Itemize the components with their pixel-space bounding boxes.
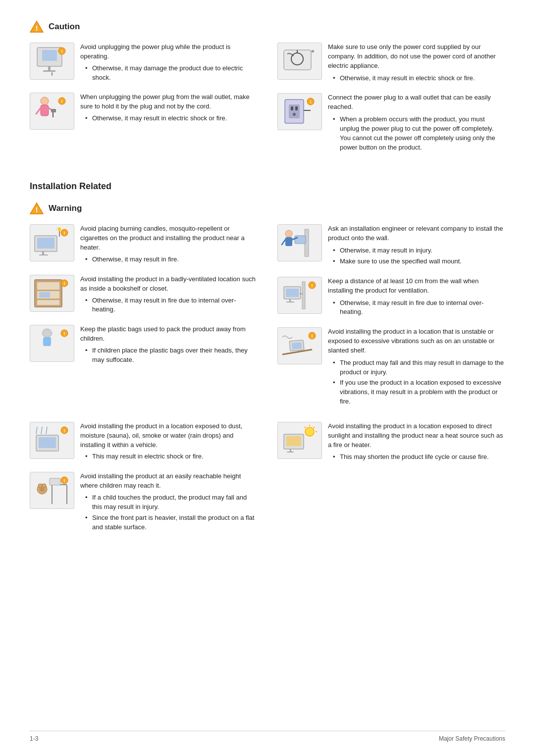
page-footer: 1-3 Major Safety Precautions <box>30 731 505 742</box>
warning-right-entry-2: ↔ ! Keep a distance of at least 10 cm fr… <box>277 277 505 318</box>
dust-moisture-icon: ! <box>30 422 74 459</box>
svg-point-87 <box>305 427 314 436</box>
svg-rect-22 <box>289 104 300 118</box>
warning-bottom-right-entry-1: Avoid installing the product in a locati… <box>277 422 505 463</box>
caution-right-col: ⊗ Make sure to use only the power cord s… <box>277 43 505 162</box>
svg-rect-42 <box>37 300 59 305</box>
warning-bottom-right-entry-1-text: Avoid installing the product in a locati… <box>328 422 505 463</box>
warning-bottom-columns: ! Avoid installing the product in a loca… <box>30 422 505 542</box>
svg-point-78 <box>38 484 42 488</box>
power-cord-box-icon: ⊗ <box>277 43 322 80</box>
svg-line-90 <box>314 427 315 428</box>
svg-rect-43 <box>39 292 50 298</box>
svg-rect-60 <box>289 299 291 302</box>
svg-rect-54 <box>285 237 292 246</box>
warning-bottom-entry-2-text: Avoid installing the product at an easil… <box>80 472 258 533</box>
caution-right-entry-1-text: Make sure to use only the power cord sup… <box>328 43 505 84</box>
svg-rect-59 <box>286 289 299 297</box>
warning-right-col: Ask an installation engineer or relevant… <box>277 224 505 417</box>
caution-entry-1-text: Avoid unplugging the power plug while th… <box>80 43 258 84</box>
svg-point-53 <box>285 230 292 237</box>
svg-text:!: ! <box>312 334 313 339</box>
engineer-wall-icon <box>277 224 322 261</box>
monitor-plug-icon: ! <box>30 43 74 80</box>
caution-entry-1: ! Avoid unplugging the power plug while … <box>30 43 258 84</box>
svg-line-71 <box>41 427 42 434</box>
svg-text:!: ! <box>61 99 63 104</box>
warning-title: Warning <box>49 203 82 213</box>
svg-rect-67 <box>292 342 302 350</box>
svg-text:!: ! <box>312 283 313 288</box>
svg-line-55 <box>282 240 285 245</box>
person-plug-icon: ! <box>30 93 74 130</box>
svg-text:!: ! <box>36 206 38 214</box>
caution-left-col: ! Avoid unplugging the power plug while … <box>30 43 258 162</box>
svg-rect-10 <box>41 105 49 116</box>
svg-rect-47 <box>43 337 51 346</box>
svg-rect-23 <box>291 106 293 110</box>
installation-related-section: Installation Related ! Warning <box>30 176 505 542</box>
caution-columns: ! Avoid unplugging the power plug while … <box>30 43 505 162</box>
svg-point-25 <box>293 113 296 116</box>
footer-label: Major Safety Precautions <box>439 735 505 742</box>
candles-monitor-icon: ! <box>30 224 74 261</box>
warning-bottom-left: ! Avoid installing the product in a loca… <box>30 422 258 542</box>
svg-rect-74 <box>39 437 56 448</box>
svg-point-36 <box>58 227 61 231</box>
svg-text:!: ! <box>64 478 65 483</box>
svg-rect-40 <box>37 282 59 290</box>
page-number: 1-3 <box>30 735 38 742</box>
child-bag-icon: ! <box>30 325 74 362</box>
caution-entry-2: ! When unplugging the power plug from th… <box>30 93 258 130</box>
svg-text:⊗: ⊗ <box>311 49 315 53</box>
caution-section: ! Caution ! Avoid <box>30 20 505 162</box>
svg-line-72 <box>46 427 47 434</box>
svg-text:!: ! <box>64 231 65 236</box>
caution-entry-2-text: When unplugging the power plug from the … <box>80 93 258 125</box>
svg-rect-94 <box>290 449 291 452</box>
warning-entry-1: ! Avoid placing burning candles, mosquit… <box>30 224 258 265</box>
warning-header: ! Warning <box>30 202 505 215</box>
installation-title: Installation Related <box>30 176 505 192</box>
warning-entry-3-text: Keep the plastic bags used to pack the p… <box>80 325 258 366</box>
svg-point-79 <box>42 484 46 488</box>
svg-text:!: ! <box>64 331 65 336</box>
svg-rect-3 <box>42 50 57 61</box>
warning-bottom-right: Avoid installing the product in a locati… <box>277 422 505 542</box>
warning-entry-2: ! Avoid installing the product in a badl… <box>30 275 258 316</box>
ventilation-monitor-icon: ↔ ! <box>277 277 322 314</box>
warning-icon: ! <box>30 202 44 215</box>
warning-right-entry-1: Ask an installation engineer or relevant… <box>277 224 505 267</box>
svg-rect-52 <box>295 236 306 244</box>
caution-right-entry-2: ! Connect the power plug to a wall outle… <box>277 93 505 153</box>
svg-point-80 <box>40 488 45 492</box>
warning-bottom-entry-1-text: Avoid installing the product in a locati… <box>80 422 258 463</box>
svg-rect-24 <box>295 106 298 110</box>
svg-point-48 <box>42 329 52 338</box>
svg-line-91 <box>305 427 306 428</box>
caution-right-entry-1: ⊗ Make sure to use only the power cord s… <box>277 43 505 84</box>
svg-rect-93 <box>286 436 301 446</box>
caution-icon: ! <box>30 20 44 34</box>
sunlight-heater-icon <box>277 422 322 459</box>
svg-text:!: ! <box>36 24 38 32</box>
svg-text:!: ! <box>61 49 63 54</box>
svg-line-11 <box>36 108 41 114</box>
svg-rect-13 <box>51 109 56 112</box>
warning-left-col: ! Avoid placing burning candles, mosquit… <box>30 224 258 417</box>
svg-point-9 <box>41 97 49 105</box>
svg-text:!: ! <box>64 428 65 433</box>
bookshelf-monitor-icon: ! <box>30 275 74 312</box>
caution-title: Caution <box>49 22 80 32</box>
warning-bottom-entry-2: ! Avoid installing the product at an eas… <box>30 472 258 533</box>
svg-rect-61 <box>286 302 294 302</box>
warning-right-entry-2-text: Keep a distance of at least 10 cm from t… <box>328 277 505 318</box>
unstable-shelf-icon: ! <box>277 327 322 364</box>
warning-right-entry-1-text: Ask an installation engineer or relevant… <box>328 224 505 267</box>
svg-rect-33 <box>42 252 44 254</box>
caution-header: ! Caution <box>30 20 505 34</box>
warning-bottom-entry-1: ! Avoid installing the product in a loca… <box>30 422 258 463</box>
wall-outlet-icon: ! <box>277 93 322 130</box>
svg-rect-32 <box>37 238 54 249</box>
svg-rect-95 <box>287 452 294 453</box>
